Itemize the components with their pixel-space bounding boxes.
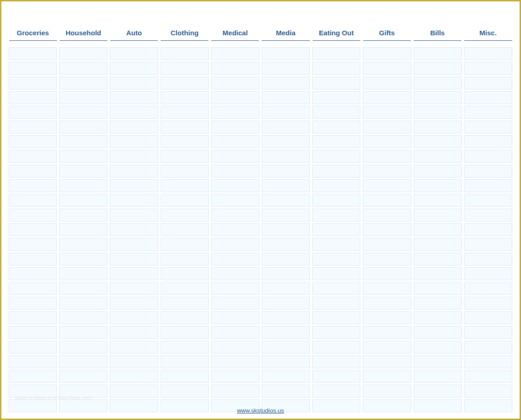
cell[interactable] [60,92,107,104]
cell[interactable] [211,268,259,280]
cell[interactable] [211,282,259,295]
cell[interactable] [9,165,57,177]
cell[interactable] [363,165,411,177]
cell[interactable] [60,136,107,148]
cell[interactable] [211,297,259,309]
cell[interactable] [110,150,158,163]
cell[interactable] [262,121,309,133]
cell[interactable] [464,385,512,398]
cell[interactable] [464,77,512,89]
cell[interactable] [262,224,309,236]
cell[interactable] [313,62,360,75]
cell[interactable] [161,297,208,309]
cell[interactable] [313,341,360,354]
cell[interactable] [464,297,512,309]
cell[interactable] [60,121,107,133]
cell[interactable] [464,165,512,177]
cell[interactable] [313,209,360,221]
cell[interactable] [161,356,208,368]
cell[interactable] [363,312,411,324]
cell[interactable] [414,326,461,339]
cell[interactable] [464,194,512,207]
cell[interactable] [414,341,461,354]
cell[interactable] [464,238,512,251]
cell[interactable] [60,356,107,368]
cell[interactable] [9,370,57,383]
cell[interactable] [161,150,208,163]
cell[interactable] [313,180,360,192]
cell[interactable] [110,92,158,104]
cell[interactable] [9,209,57,221]
cell[interactable] [363,180,411,192]
cell[interactable] [262,326,309,339]
cell[interactable] [60,370,107,383]
cell[interactable] [363,136,411,148]
cell[interactable] [9,136,57,148]
cell[interactable] [110,136,158,148]
cell[interactable] [161,136,208,148]
cell[interactable] [211,385,259,398]
cell[interactable] [363,106,411,119]
cell[interactable] [60,77,107,89]
cell[interactable] [363,385,411,398]
cell[interactable] [9,326,57,339]
cell[interactable] [363,48,411,60]
cell[interactable] [262,165,309,177]
cell[interactable] [464,136,512,148]
cell[interactable] [363,77,411,89]
cell[interactable] [313,121,360,133]
cell[interactable] [313,165,360,177]
cell[interactable] [414,253,461,265]
cell[interactable] [414,224,461,236]
cell[interactable] [414,297,461,309]
cell[interactable] [110,48,158,60]
cell[interactable] [9,341,57,354]
cell[interactable] [110,194,158,207]
cell[interactable] [363,92,411,104]
cell[interactable] [211,48,259,60]
cell[interactable] [414,238,461,251]
cell[interactable] [110,224,158,236]
cell[interactable] [464,121,512,133]
cell[interactable] [262,282,309,295]
cell[interactable] [262,385,309,398]
cell[interactable] [60,48,107,60]
cell[interactable] [211,356,259,368]
cell[interactable] [9,48,57,60]
cell[interactable] [9,224,57,236]
cell[interactable] [60,209,107,221]
cell[interactable] [9,77,57,89]
cell[interactable] [313,268,360,280]
cell[interactable] [9,356,57,368]
cell[interactable] [161,180,208,192]
cell[interactable] [464,356,512,368]
cell[interactable] [313,92,360,104]
cell[interactable] [9,238,57,251]
cell[interactable] [110,238,158,251]
cell[interactable] [414,312,461,324]
cell[interactable] [161,92,208,104]
cell[interactable] [414,282,461,295]
cell[interactable] [110,370,158,383]
cell[interactable] [313,356,360,368]
cell[interactable] [262,238,309,251]
cell[interactable] [161,268,208,280]
cell[interactable] [313,194,360,207]
cell[interactable] [60,326,107,339]
cell[interactable] [313,385,360,398]
cell[interactable] [262,136,309,148]
cell[interactable] [414,165,461,177]
cell[interactable] [9,180,57,192]
cell[interactable] [110,209,158,221]
cell[interactable] [161,48,208,60]
cell[interactable] [464,106,512,119]
cell[interactable] [464,253,512,265]
cell[interactable] [464,150,512,163]
cell[interactable] [414,136,461,148]
cell[interactable] [363,326,411,339]
cell[interactable] [161,209,208,221]
cell[interactable] [211,62,259,75]
cell[interactable] [161,238,208,251]
cell[interactable] [161,224,208,236]
cell[interactable] [211,92,259,104]
